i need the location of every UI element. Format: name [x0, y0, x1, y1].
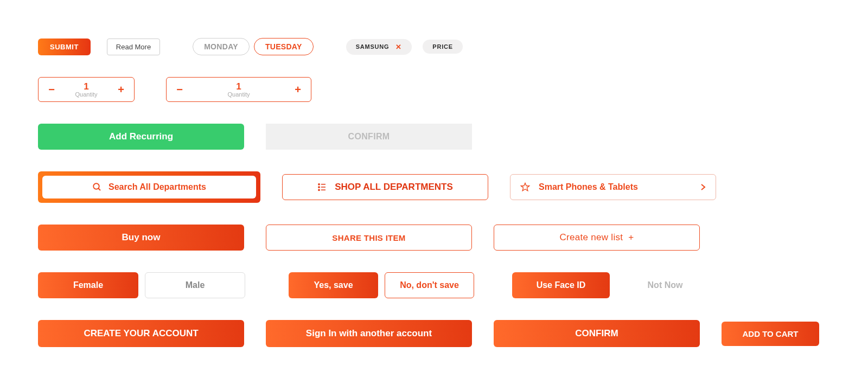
category-nav[interactable]: Smart Phones & Tablets: [510, 174, 716, 200]
quantity-value: 1: [84, 82, 88, 91]
quantity-label: Quantity: [228, 92, 250, 98]
shop-all-label: SHOP ALL DEPARTMENTS: [335, 182, 453, 193]
minus-icon[interactable]: −: [167, 78, 193, 101]
svg-point-4: [318, 187, 320, 188]
search-container: Search All Departments: [38, 171, 260, 203]
category-label: Smart Phones & Tablets: [539, 182, 638, 192]
svg-point-0: [93, 183, 99, 189]
minus-icon[interactable]: −: [39, 78, 65, 101]
chip-label: SAMSUNG: [356, 43, 390, 50]
use-faceid-button[interactable]: Use Face ID: [512, 272, 610, 298]
share-item-button[interactable]: SHARE THIS ITEM: [266, 225, 472, 251]
day-pill-monday[interactable]: MONDAY: [193, 38, 250, 55]
star-icon: [520, 182, 530, 192]
create-new-list-button[interactable]: Create new list +: [494, 225, 700, 251]
yes-save-button[interactable]: Yes, save: [289, 272, 378, 298]
create-list-label: Create new list: [559, 232, 623, 243]
day-pill-tuesday[interactable]: TUESDAY: [254, 38, 314, 55]
plus-icon[interactable]: +: [285, 78, 311, 101]
gender-male-button[interactable]: Male: [145, 272, 245, 298]
quantity-stepper: − 1 Quantity +: [38, 77, 135, 102]
quantity-label: Quantity: [75, 92, 98, 98]
svg-point-2: [318, 184, 320, 185]
quantity-value: 1: [236, 82, 241, 91]
gender-female-button[interactable]: Female: [38, 272, 138, 298]
filter-chip-price[interactable]: PRICE: [423, 40, 463, 54]
plus-icon: +: [628, 232, 634, 243]
read-more-button[interactable]: Read More: [107, 39, 160, 55]
confirm-disabled-button: CONFIRM: [266, 124, 472, 150]
no-save-button[interactable]: No, don't save: [385, 272, 474, 298]
submit-button[interactable]: SUBMIT: [38, 39, 91, 55]
search-input[interactable]: Search All Departments: [42, 176, 256, 198]
signin-another-account-button[interactable]: Sign In with another account: [266, 320, 472, 347]
chip-label: PRICE: [432, 43, 453, 50]
close-icon[interactable]: ✕: [395, 43, 402, 51]
add-recurring-button[interactable]: Add Recurring: [38, 124, 244, 150]
quantity-stepper-large: − 1 Quantity +: [166, 77, 311, 102]
plus-icon[interactable]: +: [108, 78, 134, 101]
svg-point-6: [318, 189, 320, 190]
create-account-button[interactable]: CREATE YOUR ACCOUNT: [38, 320, 244, 347]
buy-now-button[interactable]: Buy now: [38, 225, 244, 251]
confirm-button[interactable]: CONFIRM: [494, 320, 700, 347]
list-icon: [317, 182, 327, 192]
search-icon: [92, 182, 102, 192]
search-placeholder: Search All Departments: [108, 182, 206, 192]
svg-marker-8: [521, 183, 529, 191]
shop-all-departments-button[interactable]: SHOP ALL DEPARTMENTS: [282, 174, 488, 200]
chevron-right-icon: [700, 183, 706, 191]
svg-line-1: [98, 188, 100, 190]
add-to-cart-button[interactable]: ADD TO CART: [722, 322, 819, 346]
not-now-button[interactable]: Not Now: [616, 272, 714, 298]
filter-chip-samsung[interactable]: SAMSUNG ✕: [346, 39, 412, 55]
